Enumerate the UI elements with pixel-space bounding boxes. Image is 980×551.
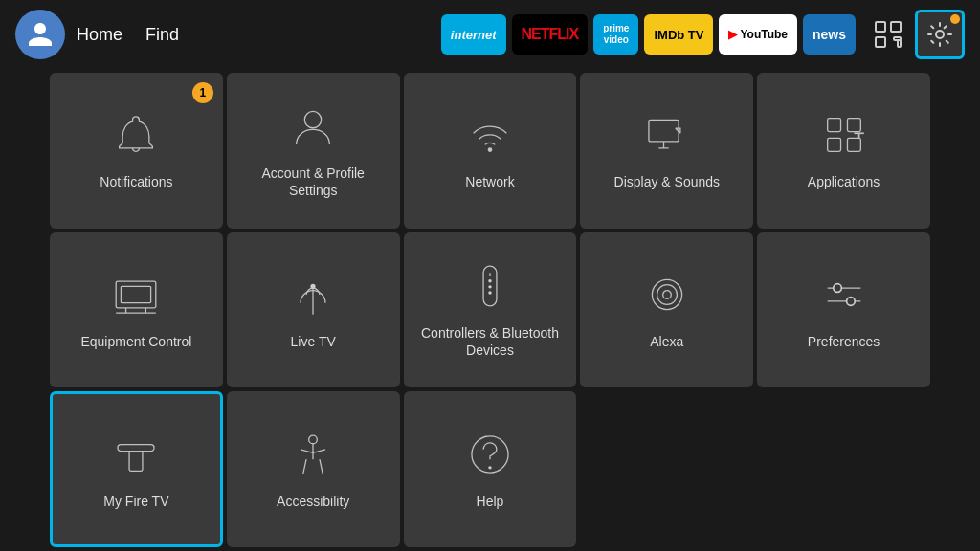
network-icon	[465, 110, 515, 164]
my-fire-tv-label: My Fire TV	[103, 493, 168, 510]
grid-item-accessibility[interactable]: Accessibility	[227, 391, 400, 547]
grid-item-alexa[interactable]: Alexa	[580, 232, 753, 388]
app-internet[interactable]: internet	[441, 14, 506, 55]
equipment-control-label: Equipment Control	[80, 333, 191, 350]
display-sounds-label: Display & Sounds	[614, 173, 721, 190]
preferences-label: Preferences	[808, 333, 880, 350]
app-netflix[interactable]: NETFLIX	[512, 14, 589, 55]
applications-label: Applications	[808, 173, 880, 190]
grid-item-account-profile[interactable]: Account & Profile Settings	[227, 73, 400, 229]
svg-point-32	[833, 284, 841, 293]
svg-point-33	[846, 297, 855, 305]
network-label: Network	[465, 173, 514, 190]
svg-point-25	[488, 285, 491, 288]
accessibility-icon	[288, 430, 338, 483]
svg-rect-35	[129, 451, 143, 471]
svg-rect-15	[117, 281, 157, 308]
live-tv-label: Live TV	[291, 333, 336, 350]
grid-item-notifications[interactable]: 1 Notifications	[50, 73, 223, 229]
accessibility-label: Accessibility	[277, 493, 349, 510]
svg-rect-12	[847, 139, 860, 152]
grid-item-live-tv[interactable]: Live TV	[227, 232, 400, 388]
alexa-label: Alexa	[650, 333, 683, 350]
app-imdb[interactable]: IMDb TV	[644, 14, 713, 55]
svg-rect-8	[649, 121, 679, 143]
nav-home[interactable]: Home	[77, 25, 122, 45]
svg-line-38	[303, 459, 306, 474]
live-tv-icon	[288, 270, 338, 323]
grid-item-my-fire-tv[interactable]: My Fire TV	[50, 391, 223, 547]
svg-rect-1	[891, 22, 901, 32]
svg-line-39	[320, 459, 323, 474]
svg-point-36	[309, 435, 318, 444]
settings-notification-dot	[950, 14, 960, 24]
header-actions	[867, 10, 965, 59]
svg-rect-10	[847, 119, 860, 132]
grid-item-applications[interactable]: Applications	[757, 73, 930, 229]
display-sounds-icon	[642, 110, 692, 164]
app-prime[interactable]: primevideo	[593, 14, 638, 55]
grid-view-button[interactable]	[867, 13, 909, 55]
alexa-icon	[642, 270, 692, 323]
app-youtube[interactable]: ▶YouTube	[719, 14, 797, 55]
svg-point-5	[936, 31, 944, 38]
notification-badge: 1	[192, 82, 213, 103]
svg-rect-0	[876, 22, 885, 32]
controllers-bluetooth-label: Controllers & Bluetooth Devices	[415, 324, 566, 359]
settings-button[interactable]	[915, 10, 965, 59]
svg-rect-4	[898, 40, 901, 47]
svg-rect-11	[827, 139, 840, 152]
notifications-label: Notifications	[100, 173, 172, 190]
help-label: Help	[477, 493, 504, 510]
app-icons: internet NETFLIX primevideo IMDb TV ▶You…	[441, 14, 856, 55]
svg-point-21	[311, 284, 316, 289]
account-profile-icon	[288, 101, 338, 155]
controllers-bluetooth-icon	[465, 261, 515, 315]
my-fire-tv-icon	[111, 430, 161, 483]
svg-point-26	[488, 291, 491, 294]
svg-rect-34	[118, 444, 154, 451]
svg-rect-9	[827, 119, 840, 132]
svg-point-28	[657, 284, 677, 304]
grid-item-network[interactable]: Network	[404, 73, 577, 229]
grid-item-help[interactable]: Help	[404, 391, 577, 547]
avatar[interactable]	[15, 10, 65, 59]
svg-point-41	[488, 466, 491, 469]
account-profile-label: Account & Profile Settings	[238, 165, 389, 199]
preferences-icon	[819, 270, 869, 323]
app-news[interactable]: news	[803, 14, 856, 55]
grid-item-equipment-control[interactable]: Equipment Control	[50, 232, 223, 388]
help-icon	[465, 430, 515, 483]
settings-grid: 1 Notifications Account & Profile Settin…	[0, 69, 980, 551]
grid-item-preferences[interactable]: Preferences	[757, 232, 930, 388]
header: Home Find internet NETFLIX primevideo IM…	[0, 0, 980, 69]
applications-icon	[819, 110, 869, 164]
svg-rect-19	[122, 286, 151, 302]
notifications-icon	[111, 110, 161, 164]
grid-item-controllers-bluetooth[interactable]: Controllers & Bluetooth Devices	[404, 232, 577, 388]
nav-find[interactable]: Find	[145, 25, 179, 45]
svg-point-7	[488, 148, 491, 151]
svg-rect-2	[876, 37, 885, 47]
svg-point-6	[305, 112, 322, 128]
grid-item-display-sounds[interactable]: Display & Sounds	[580, 73, 753, 229]
svg-point-24	[488, 279, 491, 282]
nav-links: Home Find	[77, 25, 179, 45]
svg-point-29	[662, 291, 671, 299]
equipment-control-icon	[111, 270, 161, 323]
